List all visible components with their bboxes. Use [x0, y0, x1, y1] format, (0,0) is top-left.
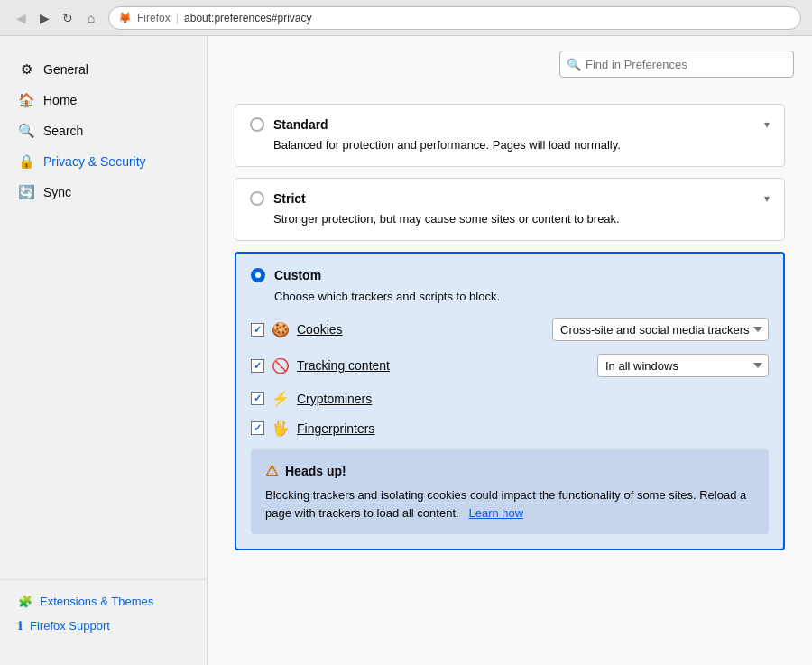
sidebar: ⚙ General 🏠 Home 🔍 Search 🔒 Privacy & Se… [0, 36, 208, 665]
sidebar-label-support: Firefox Support [30, 619, 110, 633]
strict-label: Strict [273, 191, 306, 206]
fingerprinters-checkbox[interactable] [251, 421, 264, 435]
browser-chrome: ◀ ▶ ↻ ⌂ 🦊 Firefox | about:preferences#pr… [0, 0, 812, 36]
heads-up-label: Heads up! [285, 464, 346, 478]
standard-chevron-icon: ▾ [764, 118, 770, 131]
strict-card[interactable]: Strict ▾ Stronger protection, but may ca… [235, 178, 785, 241]
preferences-search-input[interactable] [559, 51, 794, 78]
strict-chevron-icon: ▾ [764, 192, 770, 205]
refresh-icon: ↻ [62, 11, 73, 25]
back-icon: ◀ [16, 11, 26, 25]
refresh-button[interactable]: ↻ [58, 8, 78, 28]
standard-radio[interactable] [250, 117, 264, 132]
cookies-select[interactable]: Cross-site and social media trackers All… [552, 318, 769, 341]
forward-icon: ▶ [40, 11, 50, 25]
sidebar-item-sync[interactable]: 🔄 Sync [0, 177, 207, 208]
privacy-icon: 🔒 [18, 153, 34, 170]
browser-favicon: 🦊 [118, 12, 132, 24]
tracker-row-cookies: 🍪 Cookies Cross-site and social media tr… [251, 318, 769, 341]
search-wrapper: 🔍 [559, 51, 794, 78]
sidebar-label-sync: Sync [43, 185, 71, 199]
sidebar-label-extensions: Extensions & Themes [40, 595, 153, 608]
sidebar-bottom: 🧩 Extensions & Themes ℹ Firefox Support [0, 579, 207, 647]
custom-card: Custom Choose which trackers and scripts… [235, 252, 785, 550]
tracking-select[interactable]: In all windows Only in private windows [597, 354, 769, 377]
cryptominers-label: Cryptominers [297, 392, 372, 406]
sidebar-item-search[interactable]: 🔍 Search [0, 115, 207, 146]
sidebar-item-home[interactable]: 🏠 Home [0, 85, 207, 115]
fingerprinters-label: Fingerprinters [297, 421, 374, 436]
tracker-row-tracking: 🚫 Tracking content In all windows Only i… [251, 354, 769, 377]
learn-how-link[interactable]: Learn how [469, 506, 524, 520]
tracking-checkbox[interactable] [251, 359, 264, 373]
heads-up-box: ⚠ Heads up! Blocking trackers and isolat… [251, 449, 769, 534]
standard-description: Balanced for protection and performance.… [273, 137, 770, 153]
extensions-icon: 🧩 [18, 595, 32, 608]
strict-radio[interactable] [250, 191, 264, 206]
browser-name-label: Firefox [137, 12, 171, 24]
cryptominers-icon: ⚡ [272, 390, 290, 407]
home-nav-icon: 🏠 [18, 92, 34, 108]
main-layout: ⚙ General 🏠 Home 🔍 Search 🔒 Privacy & Se… [0, 36, 812, 665]
strict-description: Stronger protection, but may cause some … [273, 211, 770, 227]
url-text: about:preferences#privacy [184, 12, 311, 24]
home-button[interactable]: ⌂ [81, 8, 101, 28]
cookies-label: Cookies [297, 322, 343, 337]
custom-description: Choose which trackers and scripts to blo… [274, 290, 769, 303]
strict-card-header: Strict ▾ [250, 191, 770, 206]
sidebar-item-support[interactable]: ℹ Firefox Support [0, 614, 207, 638]
preferences-search-bar: 🔍 [559, 51, 794, 78]
warning-icon: ⚠ [265, 462, 278, 479]
heads-up-text: Blocking trackers and isolating cookies … [265, 486, 754, 522]
cookies-checkbox[interactable] [251, 323, 264, 337]
standard-card[interactable]: Standard ▾ Balanced for protection and p… [235, 104, 785, 167]
search-nav-icon: 🔍 [18, 123, 34, 139]
standard-card-left: Standard [250, 117, 328, 132]
address-bar[interactable]: 🦊 Firefox | about:preferences#privacy [108, 6, 801, 30]
forward-button[interactable]: ▶ [34, 8, 54, 28]
sidebar-label-privacy: Privacy & Security [43, 154, 146, 169]
fingerprinters-icon: 🖐 [272, 420, 290, 437]
tracking-icon: 🚫 [272, 357, 290, 374]
sidebar-item-privacy-security[interactable]: 🔒 Privacy & Security [0, 146, 207, 177]
tracker-row-cryptominers: ⚡ Cryptominers [251, 390, 769, 407]
sync-icon: 🔄 [18, 184, 34, 200]
standard-label: Standard [273, 117, 328, 132]
url-separator: | [176, 11, 179, 24]
heads-up-title: ⚠ Heads up! [265, 462, 754, 479]
home-icon: ⌂ [88, 11, 95, 25]
standard-card-header: Standard ▾ [250, 117, 770, 132]
cryptominers-checkbox[interactable] [251, 392, 264, 405]
general-icon: ⚙ [18, 61, 34, 78]
custom-label: Custom [274, 268, 321, 282]
sidebar-item-extensions[interactable]: 🧩 Extensions & Themes [0, 589, 207, 614]
sidebar-label-search: Search [43, 124, 83, 138]
nav-buttons: ◀ ▶ ↻ ⌂ [11, 8, 101, 28]
back-button[interactable]: ◀ [11, 8, 31, 28]
sidebar-label-general: General [43, 62, 88, 77]
sidebar-label-home: Home [43, 93, 77, 107]
tracker-row-fingerprinters: 🖐 Fingerprinters [251, 420, 769, 437]
custom-header: Custom [251, 268, 769, 282]
tracking-label: Tracking content [297, 358, 390, 373]
strict-card-left: Strict [250, 191, 306, 206]
content-area: 🔍 Standard ▾ Balanced for protection and… [208, 36, 812, 665]
sidebar-item-general[interactable]: ⚙ General [0, 54, 207, 85]
custom-radio[interactable] [251, 268, 265, 282]
cookies-icon: 🍪 [272, 321, 290, 338]
support-icon: ℹ [18, 619, 23, 633]
